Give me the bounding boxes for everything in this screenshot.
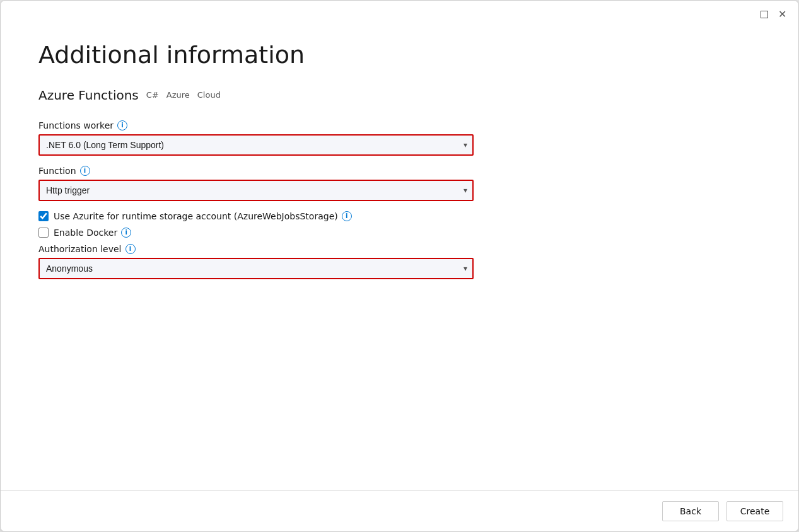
maximize-icon xyxy=(761,11,768,18)
authorization-level-select-wrapper: Anonymous Function Admin ▾ xyxy=(38,258,474,279)
subtitle-main: Azure Functions xyxy=(38,88,139,103)
functions-worker-label-text: Functions worker xyxy=(38,120,114,130)
function-select[interactable]: Http trigger Blob trigger Timer trigger … xyxy=(38,180,474,201)
title-bar: ✕ xyxy=(1,1,798,28)
back-button[interactable]: Back xyxy=(662,501,719,521)
enable-docker-label-text: Enable Docker xyxy=(54,228,117,238)
function-select-wrapper: Http trigger Blob trigger Timer trigger … xyxy=(38,180,474,201)
content-area: Additional information Azure Functions C… xyxy=(1,28,798,490)
tag-csharp: C# xyxy=(146,90,159,100)
enable-docker-checkbox[interactable] xyxy=(38,228,49,238)
use-azurite-label[interactable]: Use Azurite for runtime storage account … xyxy=(54,211,352,221)
close-button[interactable]: ✕ xyxy=(776,8,788,21)
function-label-text: Function xyxy=(38,166,76,176)
authorization-level-label-text: Authorization level xyxy=(38,244,122,254)
functions-worker-select[interactable]: .NET 6.0 (Long Term Support) .NET 7.0 .N… xyxy=(38,134,474,156)
footer: Back Create xyxy=(1,490,798,531)
function-label: Function i xyxy=(38,166,761,176)
enable-docker-row: Enable Docker i xyxy=(38,228,761,238)
authorization-level-info-icon[interactable]: i xyxy=(125,244,136,254)
main-window: ✕ Additional information Azure Functions… xyxy=(0,0,799,532)
tag-azure: Azure xyxy=(166,90,190,100)
authorization-level-group: Authorization level i Anonymous Function… xyxy=(38,244,761,279)
authorization-level-label: Authorization level i xyxy=(38,244,761,254)
tag-cloud: Cloud xyxy=(197,90,221,100)
use-azurite-label-text: Use Azurite for runtime storage account … xyxy=(54,211,338,221)
subtitle-row: Azure Functions C# Azure Cloud xyxy=(38,88,761,103)
authorization-level-select[interactable]: Anonymous Function Admin xyxy=(38,258,474,279)
functions-worker-info-icon[interactable]: i xyxy=(117,120,127,130)
functions-worker-select-wrapper: .NET 6.0 (Long Term Support) .NET 7.0 .N… xyxy=(38,134,474,156)
use-azurite-checkbox[interactable] xyxy=(38,211,49,221)
form: Functions worker i .NET 6.0 (Long Term S… xyxy=(38,120,761,289)
maximize-button[interactable] xyxy=(758,8,771,21)
function-info-icon[interactable]: i xyxy=(80,166,90,176)
enable-docker-info-icon[interactable]: i xyxy=(121,228,131,238)
function-group: Function i Http trigger Blob trigger Tim… xyxy=(38,166,761,201)
page-title: Additional information xyxy=(38,41,761,70)
use-azurite-info-icon[interactable]: i xyxy=(342,211,352,221)
use-azurite-row: Use Azurite for runtime storage account … xyxy=(38,211,761,221)
close-icon: ✕ xyxy=(778,9,786,20)
functions-worker-label: Functions worker i xyxy=(38,120,761,130)
create-button[interactable]: Create xyxy=(726,501,783,521)
enable-docker-label[interactable]: Enable Docker i xyxy=(54,228,131,238)
functions-worker-group: Functions worker i .NET 6.0 (Long Term S… xyxy=(38,120,761,156)
